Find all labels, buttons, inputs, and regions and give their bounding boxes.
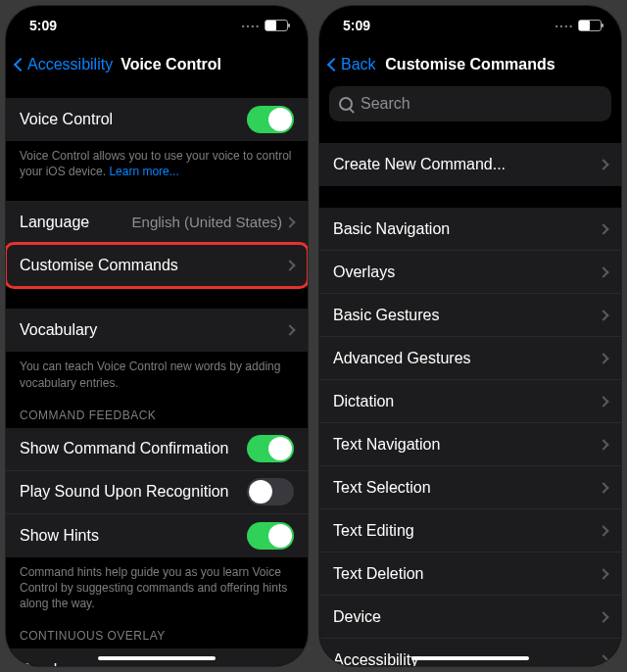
row-label: Device bbox=[333, 608, 381, 626]
battery-icon bbox=[578, 20, 602, 31]
row-label: Language bbox=[20, 214, 89, 231]
row-label: Dictation bbox=[333, 393, 394, 410]
chevron-right-icon bbox=[598, 310, 608, 320]
category-row[interactable]: Device bbox=[319, 596, 621, 639]
content: Voice Control Voice Control allows you t… bbox=[6, 84, 308, 666]
show-hints-row[interactable]: Show Hints bbox=[6, 514, 308, 557]
row-value: English (United States) bbox=[132, 214, 282, 230]
show-command-confirmation-toggle[interactable] bbox=[247, 435, 294, 462]
row-label: Basic Navigation bbox=[333, 220, 450, 238]
chevron-right-icon bbox=[598, 159, 608, 169]
chevron-right-icon bbox=[598, 525, 608, 536]
row-value: None bbox=[247, 662, 282, 666]
create-new-command-row[interactable]: Create New Command... bbox=[319, 143, 621, 186]
vocabulary-row[interactable]: Vocabulary bbox=[6, 309, 308, 352]
row-label: Accessibility bbox=[333, 651, 418, 666]
chevron-right-icon bbox=[284, 261, 295, 271]
signal-icon: •••• bbox=[242, 22, 261, 30]
chevron-left-icon bbox=[14, 58, 27, 72]
row-label: Show Command Confirmation bbox=[20, 440, 228, 457]
chevron-right-icon bbox=[284, 325, 295, 336]
category-row[interactable]: Accessibility bbox=[319, 639, 621, 666]
content: Create New Command... Basic NavigationOv… bbox=[319, 129, 621, 666]
row-label: Text Editing bbox=[333, 522, 414, 540]
category-list: Basic NavigationOverlaysBasic GesturesAd… bbox=[319, 208, 621, 666]
row-label: Customise Commands bbox=[20, 257, 178, 274]
language-row[interactable]: Language English (United States) bbox=[6, 201, 308, 244]
category-row[interactable]: Overlays bbox=[319, 251, 621, 294]
category-row[interactable]: Advanced Gestures bbox=[319, 337, 621, 380]
category-row[interactable]: Text Selection bbox=[319, 466, 621, 509]
chevron-right-icon bbox=[598, 439, 608, 450]
play-sound-toggle[interactable] bbox=[247, 478, 294, 505]
row-label: Basic Gestures bbox=[333, 307, 439, 324]
chevron-right-icon bbox=[598, 266, 608, 277]
home-indicator[interactable] bbox=[98, 656, 216, 660]
voice-control-toggle-row[interactable]: Voice Control bbox=[6, 98, 308, 141]
row-label: Text Selection bbox=[333, 479, 431, 497]
row-label: Text Navigation bbox=[333, 436, 440, 454]
play-sound-row[interactable]: Play Sound Upon Recognition bbox=[6, 471, 308, 514]
customise-commands-row[interactable]: Customise Commands bbox=[6, 244, 308, 287]
voice-control-toggle[interactable] bbox=[247, 106, 294, 133]
battery-icon bbox=[265, 20, 288, 31]
status-right: •••• bbox=[555, 20, 602, 31]
back-button[interactable]: Accessibility bbox=[12, 56, 113, 73]
search-placeholder: Search bbox=[361, 95, 410, 113]
section-header-feedback: COMMAND FEEDBACK bbox=[6, 391, 308, 428]
search-icon bbox=[339, 97, 353, 111]
show-command-confirmation-row[interactable]: Show Command Confirmation bbox=[6, 428, 308, 471]
category-row[interactable]: Text Deletion bbox=[319, 552, 621, 596]
chevron-right-icon bbox=[284, 665, 295, 666]
section-header-overlay: CONTINUOUS OVERLAY bbox=[6, 611, 308, 648]
status-time: 5:09 bbox=[343, 18, 370, 33]
category-row[interactable]: Text Navigation bbox=[319, 423, 621, 466]
category-row[interactable]: Dictation bbox=[319, 380, 621, 423]
category-row[interactable]: Basic Navigation bbox=[319, 208, 621, 251]
phone-customise-commands: 5:09 •••• Back Customise Commands Search… bbox=[319, 6, 621, 666]
page-title: Customise Commands bbox=[319, 56, 621, 73]
category-row[interactable]: Basic Gestures bbox=[319, 294, 621, 337]
status-right: •••• bbox=[242, 20, 288, 31]
learn-more-link[interactable]: Learn more... bbox=[109, 165, 178, 178]
status-bar: 5:09 •••• bbox=[319, 6, 621, 45]
row-label: Overlay bbox=[20, 661, 73, 666]
chevron-right-icon bbox=[598, 568, 608, 579]
nav-bar: Accessibility Voice Control bbox=[6, 45, 308, 84]
vocabulary-desc: You can teach Voice Control new words by… bbox=[6, 352, 308, 390]
row-label: Text Deletion bbox=[333, 565, 424, 583]
status-time: 5:09 bbox=[29, 18, 57, 33]
row-label: Advanced Gestures bbox=[333, 350, 471, 367]
signal-icon: •••• bbox=[555, 22, 574, 30]
search-input[interactable]: Search bbox=[329, 86, 611, 121]
chevron-right-icon bbox=[284, 216, 295, 227]
chevron-right-icon bbox=[598, 654, 608, 665]
row-label: Voice Control bbox=[20, 111, 113, 128]
chevron-right-icon bbox=[598, 353, 608, 363]
chevron-right-icon bbox=[598, 396, 608, 407]
home-indicator[interactable] bbox=[411, 656, 529, 660]
hints-desc: Command hints help guide you as you lear… bbox=[6, 557, 308, 612]
row-label: Show Hints bbox=[20, 527, 99, 545]
nav-bar: Back Customise Commands bbox=[319, 45, 621, 84]
voice-control-desc: Voice Control allows you to use your voi… bbox=[6, 141, 308, 179]
chevron-right-icon bbox=[598, 482, 608, 493]
page-title: Voice Control bbox=[121, 56, 221, 73]
chevron-right-icon bbox=[598, 611, 608, 622]
row-label: Create New Command... bbox=[333, 156, 506, 173]
row-label: Vocabulary bbox=[20, 321, 97, 339]
row-label: Play Sound Upon Recognition bbox=[20, 483, 228, 501]
back-label: Accessibility bbox=[27, 56, 113, 73]
status-bar: 5:09 •••• bbox=[6, 6, 308, 45]
phone-voice-control: 5:09 •••• Accessibility Voice Control Vo… bbox=[6, 6, 308, 666]
category-row[interactable]: Text Editing bbox=[319, 509, 621, 552]
chevron-right-icon bbox=[598, 223, 608, 234]
row-label: Overlays bbox=[333, 264, 395, 281]
show-hints-toggle[interactable] bbox=[247, 522, 294, 550]
